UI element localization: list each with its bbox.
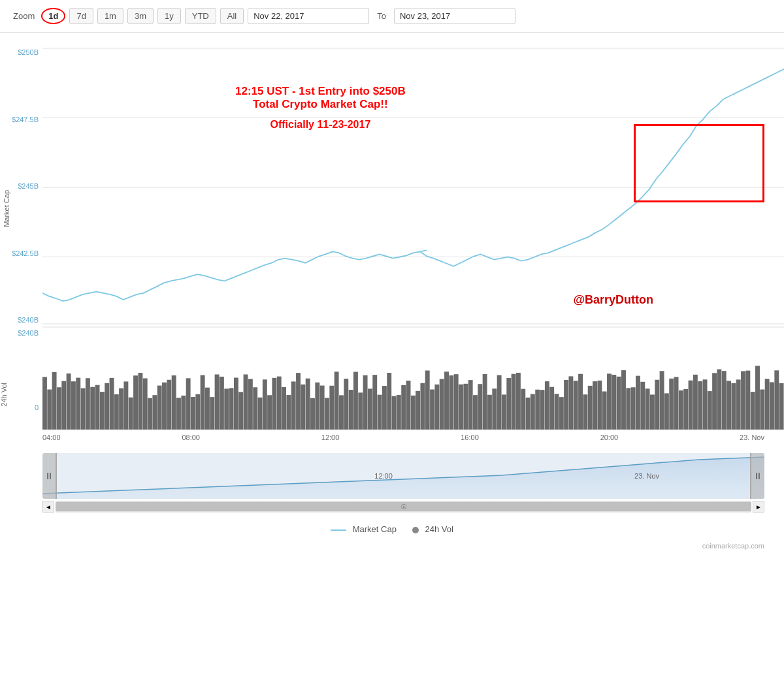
svg-rect-76 xyxy=(372,375,377,430)
svg-rect-34 xyxy=(172,375,176,430)
svg-rect-138 xyxy=(669,379,674,430)
svg-rect-113 xyxy=(549,387,554,430)
svg-rect-68 xyxy=(335,371,339,430)
svg-rect-119 xyxy=(578,374,583,430)
svg-rect-129 xyxy=(626,388,630,430)
svg-rect-63 xyxy=(310,398,315,430)
left-handle-icon: ⏸ xyxy=(44,471,54,481)
svg-rect-52 xyxy=(258,398,263,430)
svg-rect-58 xyxy=(286,395,291,430)
legend-market-cap-label: Market Cap xyxy=(353,524,397,534)
svg-rect-98 xyxy=(478,384,482,430)
svg-rect-9 xyxy=(52,372,57,430)
toolbar: Zoom 1d 7d 1m 3m 1y YTD All To xyxy=(0,0,784,33)
svg-rect-13 xyxy=(71,381,76,430)
svg-rect-123 xyxy=(597,381,602,430)
zoom-all-button[interactable]: All xyxy=(220,8,244,24)
svg-rect-154 xyxy=(745,371,750,430)
svg-rect-80 xyxy=(392,396,397,430)
svg-rect-78 xyxy=(382,386,387,430)
svg-rect-144 xyxy=(698,381,702,430)
svg-rect-55 xyxy=(272,378,276,430)
minimap-tick-1200: 12:00 xyxy=(374,472,393,480)
zoom-3m-button[interactable]: 3m xyxy=(127,8,154,24)
x-tick-23nov: 23. Nov xyxy=(740,434,764,449)
market-cap-svg xyxy=(42,46,784,326)
to-date-input[interactable] xyxy=(394,8,515,24)
from-date-input[interactable] xyxy=(248,8,369,24)
svg-rect-125 xyxy=(607,373,612,430)
svg-rect-53 xyxy=(263,379,267,430)
svg-rect-19 xyxy=(100,392,105,430)
svg-rect-74 xyxy=(363,375,368,430)
scroll-right-button[interactable]: ► xyxy=(753,501,764,513)
svg-rect-96 xyxy=(468,380,473,430)
minimap-right-handle[interactable]: ⏸ xyxy=(750,453,764,499)
y-tick-2475b: $247.5B xyxy=(0,116,42,123)
svg-rect-45 xyxy=(224,388,229,430)
svg-rect-29 xyxy=(148,398,152,430)
svg-rect-75 xyxy=(368,388,372,430)
svg-rect-60 xyxy=(296,373,301,430)
market-cap-y-axis: $250B $247.5B $245B $242.5B $240B Market… xyxy=(0,46,42,326)
svg-rect-59 xyxy=(291,381,296,429)
svg-rect-82 xyxy=(401,385,406,430)
svg-rect-106 xyxy=(516,373,521,430)
svg-rect-50 xyxy=(248,379,253,429)
svg-rect-137 xyxy=(664,393,669,429)
svg-rect-99 xyxy=(483,374,487,430)
zoom-1m-button[interactable]: 1m xyxy=(97,8,123,24)
svg-rect-89 xyxy=(434,385,439,430)
svg-rect-139 xyxy=(674,377,679,430)
svg-rect-153 xyxy=(741,371,745,429)
svg-rect-77 xyxy=(378,395,382,430)
svg-rect-108 xyxy=(526,398,531,430)
svg-rect-47 xyxy=(234,378,238,430)
svg-rect-111 xyxy=(540,390,545,430)
svg-rect-91 xyxy=(444,371,449,430)
zoom-7d-button[interactable]: 7d xyxy=(69,8,93,24)
zoom-1y-button[interactable]: 1y xyxy=(157,8,181,24)
minimap-bg: ⏸ ⏸ 12:00 23. Nov xyxy=(42,453,764,499)
svg-rect-128 xyxy=(621,370,626,430)
svg-rect-8 xyxy=(47,390,52,430)
svg-rect-149 xyxy=(722,371,727,430)
svg-rect-112 xyxy=(545,381,549,430)
svg-rect-51 xyxy=(253,387,257,430)
svg-rect-56 xyxy=(277,377,282,430)
svg-rect-126 xyxy=(612,375,616,430)
x-tick-1200: 12:00 xyxy=(321,434,340,449)
svg-rect-148 xyxy=(717,370,721,430)
svg-rect-65 xyxy=(320,386,325,430)
svg-rect-30 xyxy=(152,395,157,430)
market-cap-y-label: Market Cap xyxy=(3,190,10,227)
svg-rect-147 xyxy=(712,373,717,430)
svg-rect-17 xyxy=(90,387,95,430)
scroll-left-button[interactable]: ◄ xyxy=(42,501,54,513)
svg-rect-35 xyxy=(176,398,181,430)
svg-rect-61 xyxy=(301,385,305,430)
svg-rect-86 xyxy=(420,383,425,430)
svg-rect-16 xyxy=(86,378,90,430)
svg-rect-7 xyxy=(42,377,47,430)
svg-rect-145 xyxy=(703,379,708,430)
vol-chart-col[interactable]: // Inline generation not possible in SVG… xyxy=(42,326,784,431)
svg-rect-124 xyxy=(602,392,607,430)
zoom-1d-button[interactable]: 1d xyxy=(41,8,65,24)
svg-rect-114 xyxy=(555,394,559,430)
x-axis-row: 04:00 08:00 12:00 16:00 20:00 23. Nov xyxy=(0,431,784,449)
svg-rect-146 xyxy=(708,391,712,430)
svg-rect-102 xyxy=(497,375,502,430)
volume-chart-row: $240B 0 24h Vol // Inline generation not… xyxy=(0,326,784,431)
svg-rect-71 xyxy=(349,390,353,430)
scrollbar-track[interactable]: ⦿ xyxy=(56,501,751,513)
minimap-left-handle[interactable]: ⏸ xyxy=(42,453,57,499)
svg-rect-21 xyxy=(110,378,114,430)
svg-rect-43 xyxy=(215,374,220,429)
vol-y-tick-0: 0 xyxy=(35,403,39,411)
to-label: To xyxy=(377,11,386,21)
svg-rect-88 xyxy=(430,390,434,430)
vol-svg: // Inline generation not possible in SVG… xyxy=(42,326,784,431)
zoom-ytd-button[interactable]: YTD xyxy=(185,8,216,24)
market-cap-chart-col[interactable]: @BarryDutton xyxy=(42,46,784,326)
